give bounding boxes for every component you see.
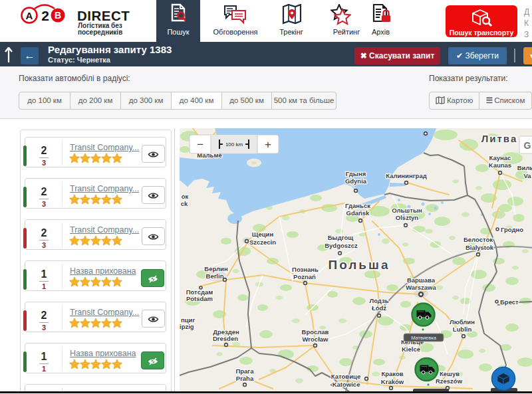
svg-text:Матвиевка: Матвиевка xyxy=(411,335,437,341)
svg-text:Варшава: Варшава xyxy=(407,276,436,284)
svg-text:Калининград: Калининград xyxy=(386,172,426,179)
svg-text:Szczecin: Szczecin xyxy=(249,239,276,246)
svg-text:Łódź: Łódź xyxy=(372,304,386,312)
svg-text:Warszawa: Warszawa xyxy=(406,284,436,291)
svg-text:Кешув: Кешув xyxy=(440,370,460,377)
svg-text:+: + xyxy=(265,138,271,151)
svg-text:100 km: 100 km xyxy=(225,142,243,148)
svg-text:Краков: Краков xyxy=(381,370,403,377)
svg-text:Брест: Брест xyxy=(500,298,519,306)
svg-text:A: A xyxy=(26,10,33,21)
svg-text:Познань: Познань xyxy=(292,266,319,273)
svg-text:Gdynia: Gdynia xyxy=(345,177,367,185)
svg-text:Берлин: Берлин xyxy=(204,265,228,272)
svg-text:G: G xyxy=(524,140,531,151)
svg-text:‹Katowice: ‹Katowice xyxy=(331,381,360,388)
svg-text:−: − xyxy=(197,138,203,151)
svg-text:Лодзь: Лодзь xyxy=(369,297,388,304)
svg-text:Белосток: Белосток xyxy=(464,236,493,243)
svg-text:посередників: посередників xyxy=(78,29,122,36)
svg-text:Польша: Польша xyxy=(329,258,390,272)
svg-text:Гродно: Гродно xyxy=(501,226,523,233)
svg-text:Виль: Виль xyxy=(517,164,532,171)
svg-text:Poznań: Poznań xyxy=(293,273,316,280)
svg-text:DIRECT: DIRECT xyxy=(77,8,130,23)
svg-text:B: B xyxy=(55,10,61,21)
svg-text:Va: Va xyxy=(523,172,531,179)
svg-text:Wrocław: Wrocław xyxy=(303,336,329,343)
svg-text:Быдгощ: Быдгощ xyxy=(328,234,354,241)
svg-text:Kielce: Kielce xyxy=(402,345,420,353)
svg-text:ipzig: ipzig xyxy=(180,323,194,330)
svg-text:Potsdam: Potsdam xyxy=(186,295,213,302)
svg-text:Berlin: Berlin xyxy=(206,272,224,280)
svg-text:Ольштын: Ольштын xyxy=(392,207,422,214)
svg-text:Kraków: Kraków xyxy=(381,378,404,385)
svg-text:Катовице: Катовице xyxy=(331,373,360,380)
svg-text:Гданьск: Гданьск xyxy=(345,202,370,209)
svg-text:Lublin: Lublin xyxy=(453,326,472,333)
svg-text:Olsztyn: Olsztyn xyxy=(396,214,419,221)
svg-text:Bydgoszcz: Bydgoszcz xyxy=(325,242,358,249)
svg-text:ок: ок xyxy=(182,193,189,200)
svg-text:Gdańsk: Gdańsk xyxy=(346,209,370,217)
svg-text:Гдыня: Гдыня xyxy=(346,170,366,177)
svg-text:Врослав: Врослав xyxy=(302,328,329,336)
svg-text:ck: ck xyxy=(181,200,188,207)
svg-text:2: 2 xyxy=(41,8,49,23)
svg-text:Praha: Praha xyxy=(236,375,254,382)
svg-text:Каунас: Каунас xyxy=(489,154,511,161)
svg-text:Литва: Литва xyxy=(481,133,517,144)
svg-text:Rzeszów: Rzeszów xyxy=(436,377,463,385)
svg-text:Люблин: Люблин xyxy=(450,318,475,326)
svg-text:Dresden: Dresden xyxy=(213,335,238,342)
svg-text:Bialystok: Bialystok xyxy=(466,244,494,251)
svg-text:Щецин: Щецин xyxy=(252,231,274,238)
svg-text:Kaunas: Kaunas xyxy=(489,161,511,169)
svg-text:Прага: Прага xyxy=(235,367,254,375)
